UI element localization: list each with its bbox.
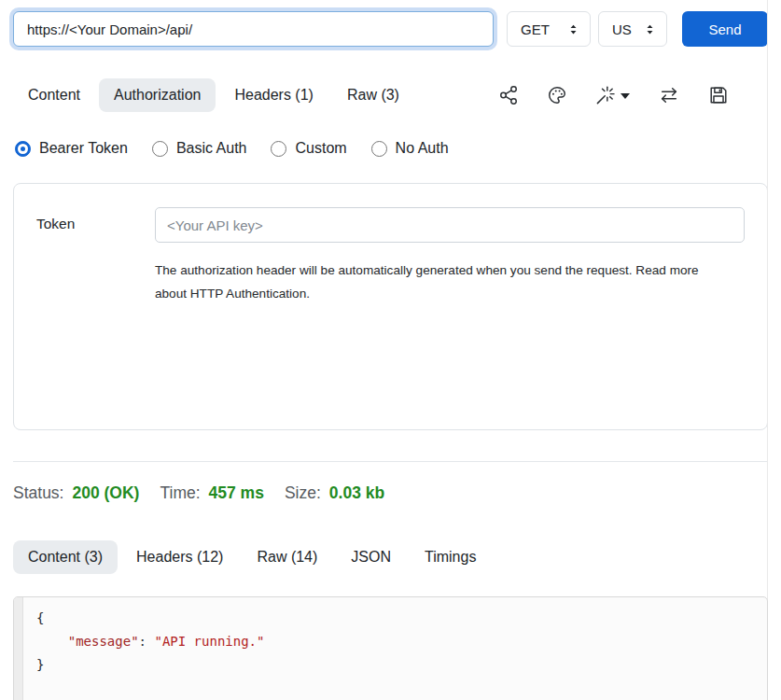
token-panel: Token The authorization header will be a… — [13, 183, 768, 430]
updown-arrows-icon — [566, 22, 580, 36]
token-input[interactable] — [155, 207, 745, 243]
radio-label: Bearer Token — [39, 140, 128, 157]
tab-content[interactable]: Content — [13, 78, 95, 112]
code-key: "message" — [68, 634, 139, 649]
resp-tab-timings[interactable]: Timings — [410, 540, 491, 574]
size-value: 0.03 kb — [329, 483, 384, 503]
radio-no-auth[interactable]: No Auth — [371, 140, 449, 157]
response-status: Status: 200 (OK) Time: 457 ms Size: 0.03… — [13, 483, 768, 503]
radio-label: Basic Auth — [176, 140, 247, 157]
url-input[interactable] — [13, 11, 494, 47]
swap-arrows-icon[interactable] — [658, 85, 680, 105]
request-bar: GET US Send — [13, 11, 768, 47]
tab-raw[interactable]: Raw (3) — [332, 78, 414, 112]
token-help-text: The authorization header will be automat… — [155, 259, 719, 305]
save-icon[interactable] — [708, 85, 729, 105]
auth-type-options: Bearer Token Basic Auth Custom No Auth — [15, 140, 768, 157]
toolbar — [498, 85, 768, 105]
radio-custom[interactable]: Custom — [271, 140, 346, 157]
size-label: Size: — [285, 483, 321, 503]
radio-icon — [152, 141, 168, 157]
radio-icon — [15, 141, 31, 157]
response-body-panel: { "message": "API running." } — [13, 596, 768, 700]
response-body-code: { "message": "API running." } — [14, 597, 767, 677]
radio-icon — [271, 141, 286, 157]
chevron-down-icon — [621, 93, 630, 99]
section-divider — [13, 461, 768, 462]
tab-authorization[interactable]: Authorization — [99, 78, 216, 112]
region-select-value: US — [612, 21, 632, 37]
send-button[interactable]: Send — [682, 11, 768, 47]
request-tabs: Content Authorization Headers (1) Raw (3… — [13, 78, 768, 112]
token-label: Token — [36, 207, 155, 243]
radio-basic-auth[interactable]: Basic Auth — [152, 140, 247, 157]
resp-tab-raw[interactable]: Raw (14) — [242, 540, 332, 574]
updown-arrows-icon — [643, 22, 657, 36]
code-value: "API running." — [154, 634, 264, 649]
status-label: Status: — [13, 483, 63, 503]
resp-tab-headers[interactable]: Headers (12) — [121, 540, 238, 574]
code-close-brace: } — [36, 657, 44, 672]
time-value: 457 ms — [209, 483, 264, 503]
page-edge-divider — [767, 0, 768, 700]
code-colon: : — [139, 634, 146, 649]
method-select[interactable]: GET — [507, 11, 591, 47]
region-select[interactable]: US — [598, 11, 667, 47]
magic-wand-icon[interactable] — [595, 85, 630, 105]
palette-icon[interactable] — [547, 85, 567, 105]
radio-label: No Auth — [396, 140, 449, 157]
share-icon[interactable] — [498, 85, 519, 105]
time-label: Time: — [160, 483, 200, 503]
response-tabs: Content (3) Headers (12) Raw (14) JSON T… — [13, 540, 768, 574]
tab-headers[interactable]: Headers (1) — [219, 78, 328, 112]
code-gutter — [14, 597, 23, 700]
resp-tab-json[interactable]: JSON — [336, 540, 406, 574]
resp-tab-content[interactable]: Content (3) — [13, 540, 118, 574]
radio-icon — [371, 141, 387, 157]
code-open-brace: { — [36, 610, 44, 625]
status-value: 200 (OK) — [72, 483, 139, 503]
radio-label: Custom — [295, 140, 346, 157]
method-select-value: GET — [521, 21, 550, 37]
radio-bearer-token[interactable]: Bearer Token — [15, 140, 128, 157]
